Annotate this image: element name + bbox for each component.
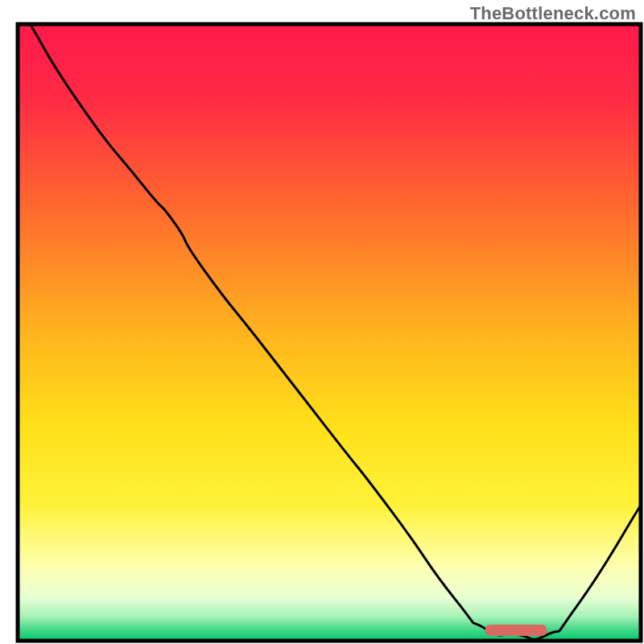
plot-area — [18, 24, 641, 641]
optimal-marker — [485, 625, 547, 636]
svg-rect-0 — [18, 24, 641, 641]
bottleneck-chart — [0, 0, 644, 644]
chart-container: { "attribution": "TheBottleneck.com", "c… — [0, 0, 644, 644]
